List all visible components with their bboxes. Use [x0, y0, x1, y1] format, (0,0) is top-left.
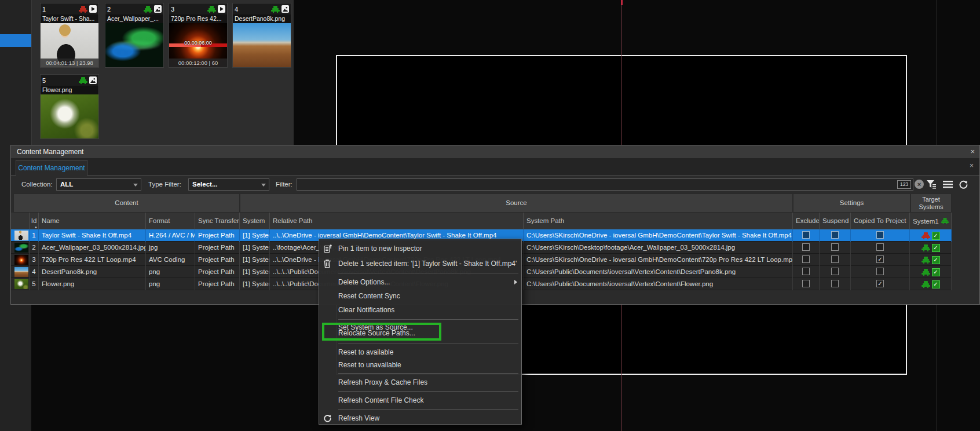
menu-item-pin-to-inspector[interactable]: Pin 1 item to new Inspector	[319, 241, 521, 256]
exclude-checkbox[interactable]	[802, 231, 810, 239]
column-relative-path[interactable]: Relative Path	[270, 213, 524, 229]
media-tile-taylor-swift[interactable]: 1 Taylor Swift - Sha... 00:04:01:13 | 23…	[40, 3, 99, 68]
clear-filter-icon[interactable]: ×	[915, 180, 924, 189]
tile-name: Acer_Wallpaper_...	[105, 14, 163, 23]
tile-header: 2	[105, 3, 163, 14]
menu-item-reset-content-sync[interactable]: Reset Content Sync	[319, 289, 521, 303]
menu-separator	[338, 373, 518, 374]
media-tile-acer-wallpaper[interactable]: 2 Acer_Wallpaper_...	[105, 3, 164, 68]
media-tile-720p-prores[interactable]: 3 720p Pro Res 42... 00:00:06:00 00:00:1…	[169, 3, 228, 68]
group-source[interactable]: Source	[240, 193, 793, 213]
filter-funnel-icon[interactable]	[924, 178, 938, 191]
menu-item-relocate-source-paths[interactable]: Relocate Source Paths...	[319, 326, 521, 340]
column-copied-to-project[interactable]: Copied To Project	[851, 213, 910, 229]
media-pool: 1 Taylor Swift - Sha... 00:04:01:13 | 23…	[31, 0, 294, 145]
row-name: DesertPano8k.png	[39, 266, 146, 278]
column-id[interactable]: Id▲	[30, 213, 39, 229]
copied-to-project-checkbox[interactable]: ✓	[876, 255, 884, 263]
system-status-icon	[922, 244, 930, 251]
tile-name: DesertPano8k.png	[233, 14, 291, 23]
menu-item-refresh-proxy-cache[interactable]: Refresh Proxy & Cache Files	[319, 376, 521, 389]
refresh-icon[interactable]	[956, 178, 970, 191]
group-content[interactable]: Content	[13, 193, 240, 213]
type-filter-label: Type Filter:	[148, 176, 181, 193]
menu-item-delete-options[interactable]: Delete Options...	[319, 275, 521, 289]
copied-to-project-checkbox[interactable]	[876, 243, 884, 251]
suspend-checkbox[interactable]	[831, 243, 839, 251]
group-target-systems[interactable]: Target Systems	[910, 193, 952, 213]
exclude-checkbox[interactable]	[802, 243, 810, 251]
menu-item-clear-notifications[interactable]: Clear Notifications	[319, 303, 521, 317]
column-system[interactable]: System	[240, 213, 270, 229]
menu-separator	[338, 319, 518, 320]
tile-name: Taylor Swift - Sha...	[41, 14, 98, 23]
group-settings[interactable]: Settings	[793, 193, 910, 213]
copied-to-project-checkbox[interactable]	[876, 231, 884, 239]
left-dock-selected-item[interactable]	[0, 34, 31, 47]
column-name[interactable]: Name	[39, 213, 146, 229]
column-sync-transfer[interactable]: Sync Transfer	[195, 213, 240, 229]
media-tile-flower[interactable]: 5 Flower.png	[40, 74, 99, 139]
system1-checkbox[interactable]: ✓	[932, 280, 940, 288]
tile-number: 4	[235, 6, 269, 13]
system1-checkbox[interactable]: ✓	[932, 244, 940, 252]
panel-tabstrip: Content Management ×	[11, 158, 979, 176]
collection-select[interactable]: ALL	[56, 178, 141, 191]
menu-separator	[338, 391, 518, 392]
row-name: Acer_Wallpaper_03_5000x2814.jpg	[39, 242, 146, 254]
exclude-checkbox[interactable]	[802, 280, 810, 287]
tile-thumbnail	[233, 23, 291, 67]
tab-content-management[interactable]: Content Management	[16, 160, 87, 176]
system-status-icon	[144, 6, 152, 13]
suspend-checkbox[interactable]	[831, 255, 839, 263]
column-system1[interactable]: System1	[910, 213, 952, 229]
column-suspend[interactable]: Suspend	[820, 213, 851, 229]
panel-titlebar[interactable]: Content Management ×	[11, 145, 979, 158]
menu-item-delete-selected[interactable]: Delete 1 selected item: '[1] Taylor Swif…	[319, 256, 521, 271]
column-format[interactable]: Format	[146, 213, 195, 229]
menu-item-refresh-content-file-check[interactable]: Refresh Content File Check	[319, 394, 521, 407]
column-exclude[interactable]: Exclude	[793, 213, 820, 229]
system1-checkbox[interactable]: ✓	[932, 232, 940, 240]
tile-duration: 00:04:01:13 | 23.98	[41, 59, 98, 67]
table-column-header: Id▲ Name Format Sync Transfer System Rel…	[11, 213, 952, 229]
panel-close-icon[interactable]: ×	[970, 145, 975, 158]
refresh-icon	[323, 414, 332, 423]
tile-thumbnail: 00:04:01:13 | 23.98	[41, 23, 98, 67]
image-file-icon	[89, 76, 97, 84]
image-file-icon	[154, 5, 162, 13]
media-tile-desertpano[interactable]: 4 DesertPano8k.png	[232, 3, 291, 68]
system-status-icon	[79, 6, 87, 13]
system-status-icon	[922, 281, 930, 288]
suspend-checkbox[interactable]	[831, 231, 839, 239]
tile-header: 3	[169, 3, 227, 14]
tile-name: Flower.png	[41, 86, 98, 94]
suspend-checkbox[interactable]	[831, 268, 839, 275]
system-status-icon	[922, 269, 930, 276]
system1-checkbox[interactable]: ✓	[932, 268, 940, 276]
system1-checkbox[interactable]: ✓	[932, 256, 940, 264]
menu-item-reset-to-unavailable[interactable]: Reset to unavailable	[319, 359, 521, 371]
copied-to-project-checkbox[interactable]: ✓	[876, 280, 884, 287]
menu-item-refresh-view[interactable]: Refresh View	[319, 412, 521, 425]
stage-center-tick	[621, 0, 623, 5]
menu-separator	[338, 344, 518, 344]
application-window: 1 Taylor Swift - Sha... 00:04:01:13 | 23…	[0, 0, 980, 431]
column-system-path[interactable]: System Path	[524, 213, 793, 229]
filter-toolbar: Collection: ALL Type Filter: Select... F…	[11, 176, 979, 193]
column-thumbnail[interactable]	[13, 213, 30, 229]
type-filter-select[interactable]: Select...	[188, 178, 269, 191]
copied-to-project-checkbox[interactable]	[876, 268, 884, 275]
row-thumbnail	[14, 255, 28, 265]
exclude-checkbox[interactable]	[802, 268, 810, 275]
menu-hamburger-icon[interactable]	[941, 178, 955, 191]
menu-item-reset-to-available[interactable]: Reset to available	[319, 346, 521, 359]
exclude-checkbox[interactable]	[802, 255, 810, 263]
panel-title: Content Management	[17, 145, 83, 158]
tile-header: 1	[41, 3, 98, 14]
submenu-arrow-icon	[514, 280, 517, 284]
filter-input[interactable]	[297, 178, 913, 191]
suspend-checkbox[interactable]	[831, 280, 839, 287]
tab-close-icon[interactable]: ×	[970, 162, 974, 170]
chevron-down-icon	[261, 184, 266, 187]
